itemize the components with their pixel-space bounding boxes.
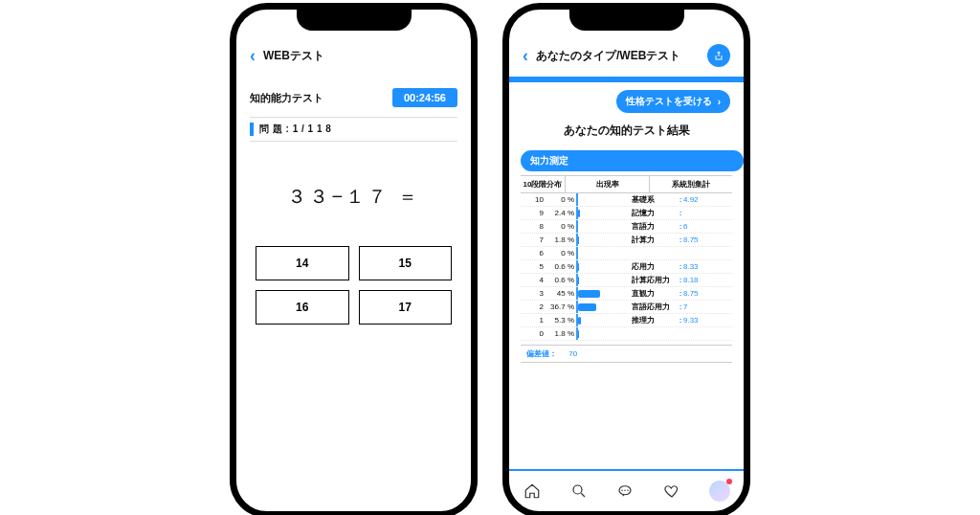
category-value: 8.75 [683, 289, 699, 298]
col-rate: 出現率 [565, 176, 650, 192]
question-counter-bar: 問 題 : 1 / 1 1 8 [250, 117, 457, 142]
search-icon[interactable] [569, 481, 589, 501]
bar [578, 290, 626, 298]
percent: 0.6 % [547, 276, 576, 284]
chat-icon[interactable] [615, 481, 635, 501]
chevron-right-icon: › [718, 97, 721, 107]
table-header: 10段階分布 出現率 系統別集計 [521, 175, 732, 193]
bar [578, 196, 626, 204]
hensachi-label: 偏差値： [526, 349, 557, 358]
table-row: 01.8 % [521, 327, 732, 341]
category-label: 計算応用力 [626, 275, 678, 285]
category-label: 言語応用力 [626, 302, 678, 312]
table-row: 15.3 %推理力:9.33 [521, 314, 732, 327]
percent: 36.7 % [547, 302, 576, 311]
bar [578, 250, 626, 258]
bar [578, 330, 626, 338]
problem-text: ３３−１７ ＝ [236, 184, 471, 210]
category-value: 8.33 [683, 262, 699, 271]
table-row: 345 %直観力:8.75 [521, 287, 732, 301]
result-title: あなたの知的テスト結果 [509, 123, 744, 139]
category-label: 推理力 [626, 315, 678, 325]
level: 1 [521, 316, 547, 325]
category-label: 言語力 [626, 221, 678, 232]
percent: 2.4 % [547, 209, 576, 217]
heart-icon[interactable] [662, 481, 681, 501]
table-row: 100 %基礎系:4.92 [521, 193, 732, 207]
level: 2 [521, 302, 547, 311]
category-value: 6 [683, 222, 687, 231]
personality-test-button[interactable]: 性格テストを受ける › [616, 90, 730, 113]
percent: 1.8 % [547, 235, 576, 244]
category-value: 4.92 [683, 195, 699, 204]
category-label: 直観力 [626, 288, 678, 299]
hensachi-row: 偏差値： 70 [521, 345, 732, 363]
page-title: あなたのタイプ/WEBテスト [536, 48, 680, 64]
svg-point-0 [573, 485, 582, 494]
category-value: 7 [683, 302, 687, 311]
question-counter: 問 題 : 1 / 1 1 8 [259, 123, 331, 136]
category-label: 記憶力 [626, 208, 678, 218]
percent: 45 % [547, 289, 576, 298]
answer-option[interactable]: 15 [359, 246, 453, 280]
home-icon[interactable] [523, 481, 542, 501]
level: 9 [521, 209, 547, 217]
category-label: 応用力 [626, 261, 678, 272]
tab-bar [509, 469, 744, 511]
percent: 0 % [547, 222, 576, 231]
timer-badge: 00:24:56 [392, 88, 457, 107]
accent-stripe [250, 123, 254, 136]
level: 10 [521, 195, 547, 204]
answer-grid: 14 15 16 17 [236, 246, 471, 325]
bar [578, 223, 626, 231]
level: 0 [521, 329, 547, 338]
colon: : [678, 209, 683, 217]
category-label: 計算力 [626, 235, 678, 245]
table-row: 92.4 %記憶力: [521, 207, 732, 220]
level: 5 [521, 262, 547, 271]
phone-results: ‹ あなたのタイプ/WEBテスト 性格テストを受ける › あなたの知的テスト結果… [503, 4, 749, 515]
level: 4 [521, 276, 547, 284]
table-row: 40.6 %計算応用力:8.18 [521, 274, 732, 287]
category-label: 基礎系 [626, 194, 678, 205]
percent: 0 % [547, 249, 576, 258]
back-icon[interactable]: ‹ [250, 47, 256, 64]
answer-option[interactable]: 16 [256, 290, 349, 325]
share-button[interactable] [707, 44, 730, 67]
phone-test: ‹ WEBテスト 知的能力テスト 00:24:56 問 題 : 1 / 1 1 … [231, 4, 477, 515]
bar [578, 263, 626, 271]
col-summary: 系統別集計 [650, 176, 732, 192]
percent: 0.6 % [547, 262, 576, 271]
level: 8 [521, 222, 547, 231]
level: 7 [521, 235, 547, 244]
percent: 1.8 % [547, 329, 576, 338]
answer-option[interactable]: 17 [359, 290, 453, 325]
section-chip: 知力測定 [521, 150, 744, 171]
table-row: 71.8 %計算力:8.75 [521, 234, 732, 247]
hensachi-value: 70 [568, 349, 577, 358]
page-title: WEBテスト [263, 48, 324, 64]
cta-label: 性格テストを受ける [626, 95, 712, 108]
bar [578, 236, 626, 244]
table-row: 236.7 %言語応用力:7 [521, 301, 732, 314]
answer-option[interactable]: 14 [256, 246, 349, 280]
profile-avatar[interactable] [709, 481, 730, 502]
test-subtitle: 知的能力テスト [250, 91, 323, 105]
category-value: 8.18 [683, 276, 699, 284]
level: 3 [521, 289, 547, 298]
category-value: 9.33 [683, 316, 699, 325]
notch [297, 8, 412, 31]
category-value: 8.75 [683, 235, 699, 244]
bar [578, 210, 626, 217]
bar [578, 303, 626, 311]
notch [569, 8, 684, 31]
col-distribution: 10段階分布 [521, 176, 565, 192]
level: 6 [521, 249, 547, 258]
bar [578, 317, 626, 325]
data-rows: 100 %基礎系:4.9292.4 %記憶力:80 %言語力:671.8 %計算… [509, 193, 744, 341]
percent: 5.3 % [547, 316, 576, 325]
back-icon[interactable]: ‹ [523, 47, 528, 64]
table-row: 50.6 %応用力:8.33 [521, 260, 732, 274]
bar [578, 277, 626, 284]
share-icon [713, 50, 724, 61]
